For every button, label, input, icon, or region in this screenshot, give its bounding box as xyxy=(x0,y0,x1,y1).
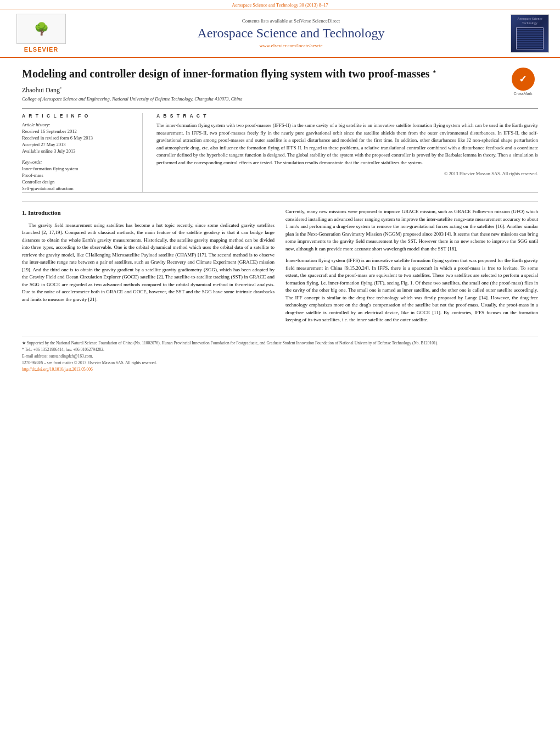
intro-section-title: 1. Introduction xyxy=(22,208,275,217)
article-title-section: Modeling and controller design of inner-… xyxy=(22,66,538,81)
article-info-panel: A R T I C L E I N F O Article history: R… xyxy=(22,113,143,192)
citation-text: Aerospace Science and Technology 30 (201… xyxy=(232,2,328,8)
footnote-section: ★ Supported by the National Natural Scie… xyxy=(22,337,538,372)
accepted-date: Accepted 27 May 2013 xyxy=(22,142,134,147)
history-label-text: Article history: xyxy=(22,122,51,127)
received-date: Received 16 September 2012 xyxy=(22,129,134,134)
body-columns: 1. Introduction The gravity field measur… xyxy=(22,208,538,328)
cover-text: Aerospace Science Technology xyxy=(513,17,546,26)
author-star: * xyxy=(60,86,62,91)
content-area: Modeling and controller design of inner-… xyxy=(0,58,560,379)
footnote-email: E-mail address: outstandingdzh@163.com. xyxy=(22,354,538,359)
intro-number: 1. xyxy=(22,209,26,216)
article-title-text: Modeling and controller design of inner-… xyxy=(22,68,430,80)
crossmark-label: CrossMark xyxy=(514,92,533,96)
abstract-text: The inner-formation flying system with t… xyxy=(156,122,538,166)
keywords-section: Keywords: Inner-formation flying system … xyxy=(22,159,134,191)
footnote-doi: http://dx.doi.org/10.1016/j.ast.2013.05.… xyxy=(22,367,538,372)
elsevier-brand-text: ELSEVIER xyxy=(24,46,58,53)
body-right-column: Currently, many new missions were propos… xyxy=(285,208,538,328)
article-info-header: A R T I C L E I N F O xyxy=(22,113,134,119)
intro-paragraph-2: Currently, many new missions were propos… xyxy=(285,208,538,253)
crossmark-icon: ✓ xyxy=(512,68,535,91)
author-name: Zhaohui Dang* xyxy=(22,86,538,94)
article-star-note: ★ xyxy=(433,70,436,74)
footnote-star: ★ Supported by the National Natural Scie… xyxy=(22,341,538,345)
keyword-2: Proof-mass xyxy=(22,172,134,178)
keyword-1: Inner-formation flying system xyxy=(22,166,134,171)
crossmark-badge: ✓ CrossMark xyxy=(508,66,538,97)
journal-url: www.elsevier.com/locate/aescte xyxy=(82,43,500,48)
author-affiliation: College of Aerospace Science and Enginee… xyxy=(22,96,538,102)
keyword-4: Self-gravitational attraction xyxy=(22,186,134,191)
abstract-panel: A B S T R A C T The inner-formation flyi… xyxy=(154,113,538,192)
article-title: Modeling and controller design of inner-… xyxy=(22,66,494,81)
intro-paragraph-3: Inner-formation flying system (IFFS) is … xyxy=(285,257,538,324)
footnote-doi-link[interactable]: http://dx.doi.org/10.1016/j.ast.2013.05.… xyxy=(22,367,93,372)
article-columns: A R T I C L E I N F O Article history: R… xyxy=(22,108,538,193)
journal-header: 🌳 ELSEVIER Contents lists available at S… xyxy=(0,9,560,58)
journal-name: Aerospace Science and Technology xyxy=(82,26,500,41)
copyright-line: © 2013 Elsevier Masson SAS. All rights r… xyxy=(156,171,538,176)
keywords-label-text: Keywords: xyxy=(22,159,42,165)
top-citation-bar: Aerospace Science and Technology 30 (201… xyxy=(0,0,560,9)
keywords-label: Keywords: xyxy=(22,159,134,165)
online-date: Available online 3 July 2013 xyxy=(22,148,134,154)
author-name-text: Zhaohui Dang xyxy=(22,86,60,94)
footnote-issn: 1270-9638/$ – see front matter © 2013 El… xyxy=(22,360,538,365)
journal-cover-image: Aerospace Science Technology xyxy=(511,14,549,53)
revised-date: Received in revised form 6 May 2013 xyxy=(22,135,134,141)
intro-title-text: Introduction xyxy=(28,209,61,216)
keyword-3: Controller design xyxy=(22,179,134,185)
footnote-email-text: E-mail address: outstandingdzh@163.com. xyxy=(22,354,93,359)
abstract-header: A B S T R A C T xyxy=(156,113,538,119)
page-wrapper: Aerospace Science and Technology 30 (201… xyxy=(0,0,560,742)
body-left-column: 1. Introduction The gravity field measur… xyxy=(22,208,275,328)
sciverse-text: Contents lists available at SciVerse Sci… xyxy=(242,18,340,24)
footnote-tel: * Tel.: +86 13521986414; fax: +86 010627… xyxy=(22,347,538,352)
journal-title-center: Contents lists available at SciVerse Sci… xyxy=(71,18,511,48)
elsevier-logo-box: 🌳 xyxy=(16,14,66,44)
history-label: Article history: xyxy=(22,122,134,127)
section-divider xyxy=(22,201,538,202)
sciverse-link: Contents lists available at SciVerse Sci… xyxy=(82,18,500,24)
intro-paragraph-1: The gravity field measurement using sate… xyxy=(22,222,275,304)
elsevier-logo: 🌳 ELSEVIER xyxy=(11,14,71,53)
elsevier-tree-icon: 🌳 xyxy=(34,23,49,35)
